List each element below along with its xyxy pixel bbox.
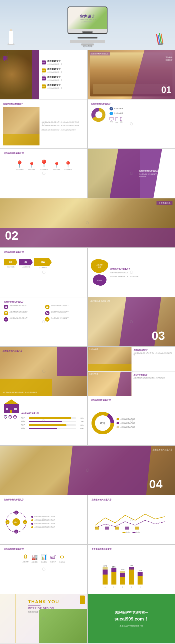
svg-rect-37	[138, 576, 143, 584]
arrow-3: 04	[34, 258, 52, 266]
slide-bar-chart: 点击添加相关标题文字 数据A 数据B	[88, 495, 175, 544]
pin-label-3: 点击添加标题	[40, 169, 48, 170]
thankyou-sub: INTERIOR DESIGN	[28, 607, 59, 610]
section03-title: 点击添加相关标题文字	[90, 300, 110, 303]
contents-num-3: 03	[42, 76, 46, 80]
svg-text:统计: 统计	[100, 422, 105, 424]
contents-item-3: 03 相关标题文字 点击添加相关标题文字	[42, 76, 85, 82]
contents-text-2: 相关标题文字	[47, 68, 62, 71]
info-body-03: 添加此处相关说明文字内容，添加此处相关说明文字	[42, 129, 84, 131]
cycle-text-1: 点击添加此处相关说明文字内容	[34, 516, 55, 518]
svg-text:13%: 13%	[103, 565, 107, 567]
pin-2: 📍	[28, 162, 35, 168]
svg-point-1	[96, 112, 102, 118]
pin-label-5: 点击添加标题	[64, 169, 72, 170]
slide-map-pins: 点击添加相关标题文字 📍 点击添加标题 📍 点击添加标题 📍 点击添加标题 📍 …	[0, 149, 87, 198]
organic-shapes: 点击添加标题 添加标题	[91, 259, 108, 286]
vertical-bar-chart: 13% 15% 10% 70% 15% A B C D E	[92, 564, 171, 590]
section02-overlay	[0, 228, 175, 248]
small-icon-2: ✉	[8, 415, 12, 418]
contents-num-4: 04	[42, 84, 46, 88]
num-text-2: 点击添加此处相关标题文字	[51, 305, 69, 307]
gear-icon: ⚙	[60, 554, 64, 560]
photo-right-title: 点击添加标题文字	[134, 349, 173, 351]
small-icon-1: 🔍	[4, 415, 7, 418]
svg-text:02: 02	[24, 522, 26, 523]
slide-house-icons: 🔍 ✉ ⚙ 点击添加相关标题文字 项目A 90% 项目B 70% 项目C 80%	[0, 396, 87, 445]
room-tag-01: 添加相关标题文字	[166, 56, 172, 61]
slide-info-icons: 点击添加相关标题文字 🛢 点击添加 🏭 点击添加 📊 点击添加 🛋 点击添加 ⚙…	[0, 545, 87, 594]
pin-1: 📍	[15, 161, 24, 168]
hero-section: 室内设计 INTERIOR DESIGN 点击添加副标题内容... www.su…	[0, 0, 175, 50]
cycle-dot-1	[31, 516, 33, 518]
monitor-subtitle: 点击添加副标题内容...	[81, 21, 94, 22]
pin-label-4: 点击添加标题	[53, 169, 60, 170]
num-circle-6: 06	[45, 317, 50, 322]
contents-sub-4: 点击添加相关标题文字	[47, 87, 62, 90]
pin-3: 📍	[39, 160, 49, 168]
pin-4: 📍	[53, 162, 60, 168]
svg-rect-31	[112, 568, 116, 572]
progress-pct-2: 70%	[77, 421, 84, 422]
contents-sub-2: 点击添加相关标题文字	[47, 71, 62, 74]
slides-grid: 目录 CONTENTS 01 相关标题文字 点击添加相关标题文字 02 相关标题…	[0, 50, 175, 643]
twitter-label: 点击添加标题	[114, 112, 123, 114]
contents-list: 01 相关标题文字 点击添加相关标题文字 02 相关标题文字 点击添加相关标题文…	[39, 50, 87, 99]
svg-text:03: 03	[16, 531, 17, 533]
monitor-title-en: INTERIOR DESIGN	[79, 19, 96, 20]
monitor-screen: 室内设计 INTERIOR DESIGN 点击添加副标题内容...	[68, 7, 107, 29]
svg-text:E: E	[140, 586, 140, 588]
contents-en-label: CONTENTS	[6, 52, 8, 64]
svg-rect-32	[120, 577, 125, 584]
progress-bar-4	[29, 428, 57, 429]
icon-item-2: 🏭 点击添加	[32, 554, 38, 563]
section02-number: 02	[5, 229, 18, 242]
house-title: 点击添加相关标题文字	[21, 412, 84, 414]
house-icon	[4, 399, 19, 413]
svg-rect-25	[135, 526, 139, 530]
slide-promo: 更多精品PPT资源尽在— sucai999.com！ 更多精品PPT模板免费下载	[88, 594, 175, 643]
svg-text:15%: 15%	[112, 566, 116, 568]
svg-rect-36	[129, 567, 134, 570]
contents-text-3: 相关标题文字	[47, 76, 62, 79]
contents-item-2: 02 相关标题文字 点击添加相关标题文字	[42, 68, 85, 74]
tablet-icon	[116, 118, 118, 121]
slide-organic: 点击添加标题 添加标题 点击添加相关标题文字 点击添加此处相关说明文字 点击添加…	[88, 248, 175, 297]
vbars-title: 点击添加相关标题文字	[92, 548, 171, 550]
diag-title: 点击添加相关标题文字	[139, 170, 172, 172]
svg-rect-30	[112, 572, 116, 584]
svg-text:A: A	[104, 586, 106, 588]
svg-rect-3	[111, 120, 112, 120]
svg-rect-33	[120, 573, 125, 577]
contents-sub-1: 点击添加相关标题文字	[47, 63, 62, 66]
info-body-02: 点击添加此处相关标题文字，点击添加此处相关文字内容	[42, 124, 84, 127]
cycle-text-3: 点击添加此处相关说明文字内容	[34, 522, 55, 524]
line-chart-title: 点击添加相关标题文字	[4, 498, 84, 501]
section03-number: 03	[152, 329, 165, 342]
sofa-icon: 🛋	[50, 554, 56, 560]
num-text-3: 点击添加此处相关标题文字	[10, 311, 28, 313]
arrows-title: 点击添加相关标题文字	[4, 251, 84, 254]
slide-photo-grid: 点击添加标题 点击添加标题文字 点击添加此处相关文字内容描述，点击添加此处相关说…	[88, 347, 175, 396]
icon-item-5: ⚙ 点击添加	[59, 554, 65, 563]
watermark-19: G	[41, 566, 46, 572]
svg-rect-5	[120, 118, 122, 121]
mobile-label: 标题	[120, 121, 122, 123]
thankyou-divider	[28, 606, 40, 606]
monitor-device-icon	[110, 118, 114, 120]
facebook-label: 点击添加标题	[114, 108, 123, 110]
info-body-01: 点击添加此处相关标题文字，点击添加此处相关文字内容	[42, 121, 84, 124]
icon-label-1: 点击添加	[22, 561, 28, 563]
svg-text:B: B	[113, 586, 114, 588]
info-title-01: 点击添加相关标题文字	[3, 102, 84, 105]
pie-chart	[91, 107, 107, 123]
legend-label-3: 点击添加标题内容说明	[120, 426, 135, 428]
numbered-title: 点击添加相关标题文字	[4, 300, 84, 303]
photo-right-body: 点击添加此处相关文字内容描述，点击添加此处相关说明文字	[134, 352, 173, 356]
svg-text:核心: 核心	[14, 521, 18, 524]
num-circle-3: 03	[4, 311, 8, 316]
promo-line1: 更多精品PPT资源尽在—	[115, 610, 148, 614]
small-icon-3: ⚙	[13, 415, 17, 418]
photo-caption-2: 点击添加标题	[89, 373, 98, 375]
factory-icon: 🏭	[32, 554, 38, 560]
